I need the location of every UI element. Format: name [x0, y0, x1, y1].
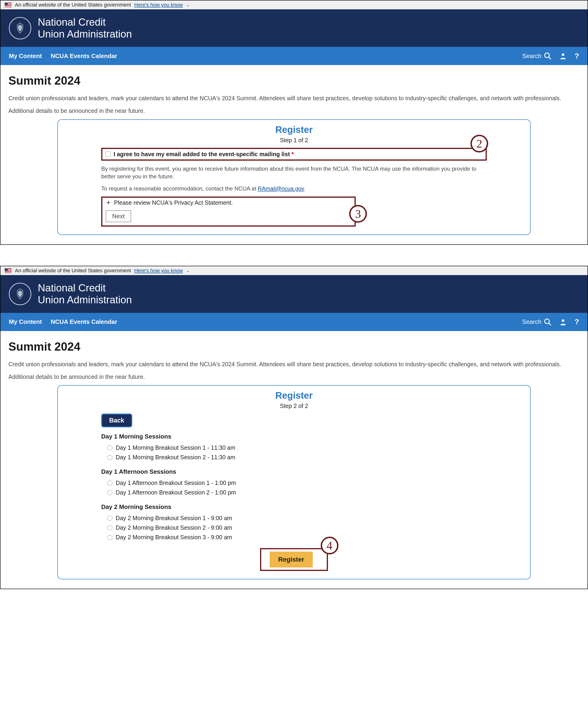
flag-icon	[5, 3, 12, 7]
session-label: Day 2 Morning Breakout Session 2 - 9:00 …	[116, 524, 232, 531]
gov-banner-text: An official website of the United States…	[15, 268, 131, 274]
session-option[interactable]: Day 2 Morning Breakout Session 2 - 9:00 …	[101, 523, 487, 532]
accommodation-text: To request a reasonable accommodation, c…	[101, 185, 487, 193]
session-option[interactable]: Day 1 Morning Breakout Session 2 - 11:30…	[101, 453, 487, 462]
session-group-day2-morning: Day 2 Morning Sessions Day 2 Morning Bre…	[101, 503, 487, 542]
highlight-agree-checkbox: I agree to have my email added to the ev…	[101, 148, 487, 160]
plus-icon: +	[106, 199, 111, 206]
accommodation-link[interactable]: RAmail@ncua.gov	[258, 185, 304, 192]
session-radio[interactable]	[107, 445, 112, 451]
session-group-title: Day 1 Afternoon Sessions	[101, 468, 487, 475]
session-radio[interactable]	[107, 535, 112, 540]
org-name-line1: National Credit	[38, 16, 132, 28]
svg-line-4	[549, 323, 551, 325]
seal-icon	[9, 283, 31, 305]
help-icon[interactable]: ?	[575, 52, 579, 60]
page-subtext: Additional details to be announced in th…	[8, 106, 580, 115]
page-title: Summit 2024	[8, 340, 580, 354]
session-label: Day 1 Afternoon Breakout Session 2 - 1:0…	[116, 489, 236, 496]
search-button[interactable]: Search	[522, 52, 552, 60]
session-option[interactable]: Day 1 Afternoon Breakout Session 2 - 1:0…	[101, 488, 487, 497]
org-name: National Credit Union Administration	[38, 16, 132, 40]
page-title: Summit 2024	[8, 74, 580, 87]
session-group-day1-morning: Day 1 Morning Sessions Day 1 Morning Bre…	[101, 433, 487, 462]
session-label: Day 2 Morning Breakout Session 1 - 9:00 …	[116, 515, 232, 521]
step-indicator: Step 2 of 2	[66, 403, 522, 409]
session-label: Day 1 Afternoon Breakout Session 1 - 1:0…	[116, 479, 236, 486]
agree-checkbox-row[interactable]: I agree to have my email added to the ev…	[106, 151, 482, 157]
session-group-day1-afternoon: Day 1 Afternoon Sessions Day 1 Afternoon…	[101, 468, 487, 497]
privacy-label: Please review NCUA's Privacy Act Stateme…	[114, 199, 233, 206]
session-label: Day 1 Morning Breakout Session 1 - 11:30…	[116, 444, 235, 451]
session-option[interactable]: Day 2 Morning Breakout Session 3 - 9:00 …	[101, 532, 487, 542]
screenshot-step-2: An official website of the United States…	[0, 266, 588, 589]
agree-label: I agree to have my email added to the ev…	[114, 151, 290, 157]
seal-icon	[9, 17, 31, 39]
page-lead: Credit union professionals and leaders, …	[8, 94, 580, 102]
callout-2: 2	[470, 135, 488, 152]
page-subtext: Additional details to be announced in th…	[8, 373, 580, 381]
register-card-step2: Register Step 2 of 2 Back Day 1 Morning …	[57, 385, 531, 579]
highlight-register-button: Register 4	[260, 548, 328, 571]
required-star: *	[291, 151, 294, 157]
next-button[interactable]: Next	[106, 210, 131, 222]
register-button[interactable]: Register	[270, 552, 313, 567]
org-name-line1: National Credit	[38, 282, 132, 294]
chevron-down-icon[interactable]: ⌄	[186, 268, 190, 273]
nav-my-content[interactable]: My Content	[9, 318, 42, 325]
svg-line-1	[549, 57, 551, 59]
session-group-title: Day 1 Morning Sessions	[101, 433, 487, 440]
accommodation-pre: To request a reasonable accommodation, c…	[101, 185, 258, 192]
site-header: National Credit Union Administration	[0, 275, 588, 313]
session-group-title: Day 2 Morning Sessions	[101, 503, 487, 511]
register-title: Register	[66, 390, 522, 401]
org-name-line2: Union Administration	[38, 294, 132, 306]
org-name-line2: Union Administration	[38, 28, 132, 40]
session-radio[interactable]	[107, 516, 112, 521]
svg-point-2	[562, 53, 564, 56]
search-icon	[544, 318, 552, 326]
svg-point-5	[562, 319, 564, 322]
screenshot-step-1: An official website of the United States…	[0, 0, 588, 245]
site-header: National Credit Union Administration	[0, 9, 588, 47]
accommodation-post: .	[304, 185, 305, 192]
search-label: Search	[522, 52, 541, 60]
session-label: Day 1 Morning Breakout Session 2 - 11:30…	[116, 454, 235, 461]
user-icon[interactable]	[559, 318, 567, 326]
nav-events-calendar[interactable]: NCUA Events Calendar	[51, 52, 117, 60]
usa-gov-banner: An official website of the United States…	[0, 266, 588, 275]
svg-point-0	[545, 53, 549, 58]
privacy-expander[interactable]: + Please review NCUA's Privacy Act State…	[106, 199, 351, 206]
org-name: National Credit Union Administration	[38, 282, 132, 306]
session-radio[interactable]	[107, 480, 112, 486]
flag-icon	[5, 268, 12, 273]
gov-banner-link[interactable]: Here's how you know	[134, 268, 183, 274]
callout-4: 4	[321, 537, 338, 554]
session-option[interactable]: Day 1 Afternoon Breakout Session 1 - 1:0…	[101, 478, 487, 488]
nav-events-calendar[interactable]: NCUA Events Calendar	[51, 318, 117, 325]
gov-banner-text: An official website of the United States…	[15, 2, 131, 8]
session-option[interactable]: Day 2 Morning Breakout Session 1 - 9:00 …	[101, 513, 487, 523]
session-radio[interactable]	[107, 490, 112, 495]
primary-nav: My Content NCUA Events Calendar Search ?	[0, 47, 588, 65]
primary-nav: My Content NCUA Events Calendar Search ?	[0, 313, 588, 331]
nav-my-content[interactable]: My Content	[9, 52, 42, 60]
chevron-down-icon[interactable]: ⌄	[186, 2, 190, 7]
session-option[interactable]: Day 1 Morning Breakout Session 1 - 11:30…	[101, 443, 487, 453]
usa-gov-banner: An official website of the United States…	[0, 0, 588, 9]
search-button[interactable]: Search	[522, 318, 552, 326]
agree-checkbox[interactable]	[106, 151, 111, 157]
session-radio[interactable]	[107, 525, 112, 530]
register-card-step1: Register Step 1 of 2 I agree to have my …	[57, 120, 531, 235]
gov-banner-link[interactable]: Here's how you know	[134, 2, 183, 8]
session-label: Day 2 Morning Breakout Session 3 - 9:00 …	[116, 534, 232, 540]
step-indicator: Step 1 of 2	[66, 137, 522, 144]
back-button[interactable]: Back	[101, 414, 132, 427]
register-title: Register	[66, 125, 522, 135]
search-icon	[544, 52, 552, 60]
help-icon[interactable]: ?	[575, 318, 579, 326]
user-icon[interactable]	[559, 52, 567, 60]
svg-point-3	[545, 319, 549, 324]
highlight-privacy-next: + Please review NCUA's Privacy Act State…	[101, 196, 356, 227]
session-radio[interactable]	[107, 455, 112, 460]
